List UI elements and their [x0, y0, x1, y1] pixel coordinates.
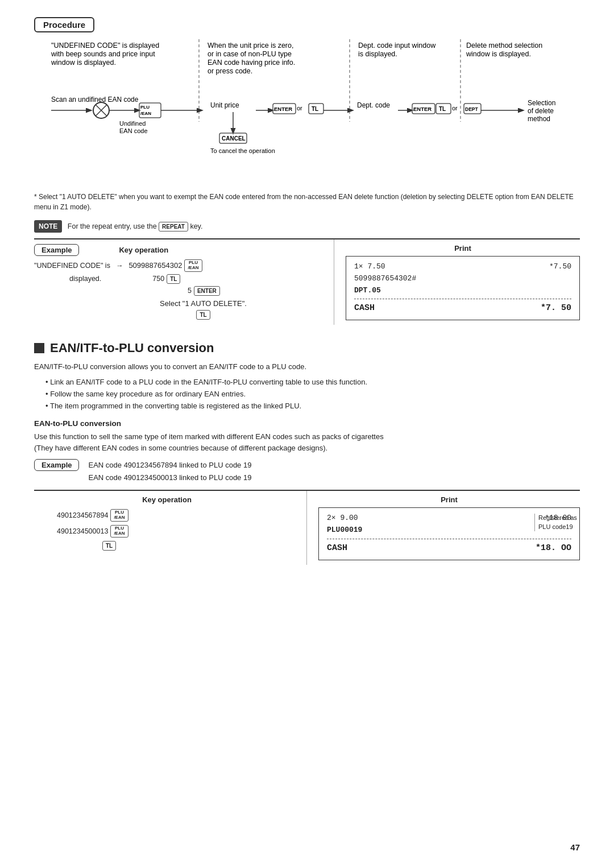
- print-1x: 1× 7.50: [354, 261, 385, 273]
- example-badge: Example: [34, 244, 79, 256]
- svg-text:TL: TL: [312, 106, 318, 112]
- svg-text:To cancel the operation: To cancel the operation: [210, 147, 275, 154]
- print-cash-line: CASH *7. 50: [354, 301, 571, 315]
- ean-code-value: 5099887654302: [128, 261, 182, 270]
- bottom-cash-val: *18. OO: [536, 542, 571, 555]
- svg-text:window is displayed.: window is displayed.: [51, 59, 116, 67]
- svg-text:EAN code having price info.: EAN code having price info.: [208, 59, 295, 67]
- select-auto-text: Select "1 AUTO DELETE".: [160, 299, 247, 308]
- svg-text:DEPT: DEPT: [465, 106, 478, 112]
- svg-text:/EAN: /EAN: [140, 111, 151, 116]
- bottom-example-table: Key operation 4901234567894 PLU/EAN 4901…: [34, 490, 580, 565]
- bottom-key-op: Key operation 4901234567894 PLU/EAN 4901…: [34, 491, 307, 565]
- procedure-badge: Procedure: [34, 17, 94, 32]
- svg-text:Unit price: Unit price: [210, 101, 239, 109]
- print-dpt: DPT.05: [354, 285, 571, 297]
- example-inline: Example EAN code 4901234567894 linked to…: [34, 459, 580, 484]
- enter-key: ENTER: [194, 286, 220, 296]
- print-ean: 5099887654302#: [354, 273, 571, 285]
- key-op-col-header: Key operation: [119, 246, 168, 254]
- svg-text:with beep sounds and price inp: with beep sounds and price input: [51, 50, 155, 58]
- print-divider-1: [354, 299, 571, 299]
- displayed-row: displayed. 750 TL: [34, 274, 327, 284]
- print-box: 1× 7.50 *7.50 5099887654302# DPT.05 CASH…: [346, 256, 580, 320]
- subsection-title: EAN-to-PLU conversion: [34, 419, 580, 428]
- section-title: EAN/ITF-to-PLU conversion: [50, 341, 214, 356]
- print-cash-val: *7. 50: [541, 301, 571, 315]
- undefined-row: "UNDEFINED CODE" is → 5099887654302 PLU/…: [34, 259, 327, 272]
- ean1-value: 4901234567894: [57, 511, 108, 519]
- key-op-stack: 4901234567894 PLU/EAN 4901234500013 PLU/…: [34, 507, 300, 552]
- svg-text:TL: TL: [439, 106, 446, 112]
- print-star-750: *7.50: [549, 261, 571, 273]
- procedure-section: Procedure "UNDEFINED CODE" is displayed …: [34, 17, 580, 325]
- svg-text:Undifined: Undifined: [119, 120, 146, 127]
- ean2-value: 4901234500013: [57, 527, 108, 535]
- value-5-row: 5 ENTER: [188, 286, 327, 296]
- svg-text:Scan an undifined EAN code: Scan an undifined EAN code: [51, 96, 139, 104]
- value-750: 750: [152, 275, 164, 283]
- svg-text:"UNDEFINED CODE" is displayed: "UNDEFINED CODE" is displayed: [51, 42, 159, 49]
- bottom-2x: 2× 9.00: [327, 512, 358, 524]
- tl-key2-row: TL: [80, 310, 327, 320]
- svg-text:of delete: of delete: [528, 107, 554, 115]
- svg-text:or: or: [452, 105, 458, 111]
- flow-svg: "UNDEFINED CODE" is displayed with beep …: [34, 39, 580, 184]
- svg-text:Selection: Selection: [528, 99, 555, 107]
- print-cash: CASH: [354, 301, 375, 315]
- flow-diagram: "UNDEFINED CODE" is displayed with beep …: [34, 39, 580, 187]
- plu-ean-key-b2: PLU/EAN: [110, 525, 128, 538]
- svg-text:Delete method selection: Delete method selection: [466, 42, 542, 49]
- example-line-2: EAN code 4901234500013 linked to PLU cod…: [88, 472, 251, 484]
- key-op-header: Example Key operation: [34, 244, 327, 256]
- example-right: Print 1× 7.50 *7.50 5099887654302# DPT.0…: [334, 239, 580, 325]
- bullet-1: Link an EAN/ITF code to a PLU code in th…: [45, 377, 580, 388]
- svg-text:method: method: [528, 115, 550, 123]
- bottom-cash: CASH: [327, 542, 347, 555]
- svg-text:CANCEL: CANCEL: [222, 135, 246, 142]
- undefined-label: "UNDEFINED CODE" is: [34, 262, 110, 270]
- svg-text:Dept. code input window: Dept. code input window: [358, 42, 436, 49]
- print-col-header: Print: [346, 244, 580, 253]
- bullet-2: Follow the same key procedure as for ord…: [45, 388, 580, 400]
- subsection-desc: Use this function to sell the same type …: [34, 431, 580, 455]
- bottom-cash-line: CASH *18. OO: [327, 542, 571, 555]
- section-square-icon: [34, 343, 44, 353]
- bottom-key-header: Key operation: [34, 495, 300, 504]
- svg-text:or in case of non-PLU type: or in case of non-PLU type: [208, 50, 292, 58]
- bottom-print-divider: [327, 539, 571, 539]
- plu-ean-key: PLU/EAN: [184, 259, 202, 272]
- tl-key-2: TL: [196, 310, 210, 320]
- note-text: For the repeat entry, use the: [68, 222, 159, 230]
- svg-text:Dept. code: Dept. code: [357, 101, 390, 109]
- svg-text:PLU: PLU: [140, 105, 150, 110]
- tl-key-b: TL: [102, 541, 116, 551]
- tl-key-bottom: TL: [102, 541, 116, 551]
- arrow-symbol: →: [116, 262, 123, 270]
- svg-text:When the unit price is zero,: When the unit price is zero,: [208, 42, 293, 49]
- bullet-list: Link an EAN/ITF code to a PLU code in th…: [45, 377, 580, 412]
- svg-text:EAN code: EAN code: [119, 127, 148, 134]
- note-row: NOTE For the repeat entry, use the REPEA…: [34, 220, 580, 233]
- displayed-label: displayed.: [69, 275, 101, 283]
- bottom-note: * Select "1 AUTO DELETE" when you want t…: [34, 192, 580, 212]
- svg-text:ENTER: ENTER: [274, 106, 292, 112]
- example-line-1: EAN code 4901234567894 linked to PLU cod…: [88, 459, 251, 472]
- svg-text:or press code.: or press code.: [208, 67, 252, 75]
- svg-text:is displayed.: is displayed.: [358, 50, 397, 58]
- bullet-3: The item programmed in the converting ta…: [45, 400, 580, 412]
- ean1-line: 4901234567894 PLU/EAN: [57, 509, 128, 522]
- note-text-end: key.: [190, 222, 202, 230]
- example-badge-2: Example: [34, 459, 79, 471]
- tl-key-1: TL: [167, 274, 180, 284]
- ean2-line: 4901234500013 PLU/EAN: [57, 525, 128, 538]
- repeat-key: REPEAT: [159, 222, 188, 232]
- svg-text:ENTER: ENTER: [413, 106, 432, 112]
- intro-text: EAN/ITF-to-PLU conversion allows you to …: [34, 361, 580, 373]
- print-line-1: 1× 7.50 *7.50: [354, 261, 571, 273]
- plu-ean-key-b1: PLU/EAN: [110, 509, 128, 522]
- page-number: 47: [570, 842, 580, 852]
- ean-itf-section: EAN/ITF-to-PLU conversion EAN/ITF-to-PLU…: [34, 341, 580, 565]
- bottom-note-text: * Select "1 AUTO DELETE" when you want t…: [34, 193, 574, 211]
- section-header: EAN/ITF-to-PLU conversion: [34, 341, 580, 356]
